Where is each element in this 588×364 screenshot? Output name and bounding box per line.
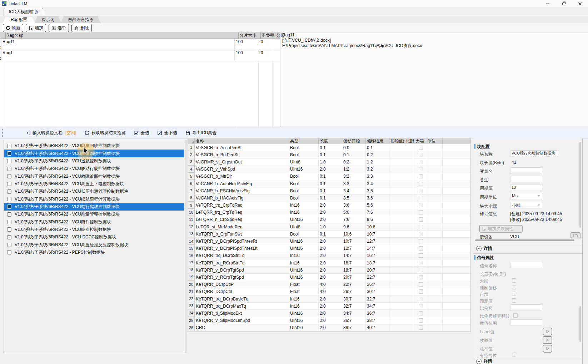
big-endian-checkbox[interactable] bbox=[419, 311, 423, 315]
horizontal-scrollbar[interactable] bbox=[475, 239, 574, 241]
signal-row[interactable]: 16 KeTQRR_trq_DCrpStrtTq Int16 2:0 14:7 … bbox=[188, 252, 470, 259]
signal-row[interactable]: 5 VeSGCR_b_MtrDir Bool 0:1 3:2 3:3 bbox=[188, 173, 470, 180]
signal-row[interactable]: 6 VeCANR_b_AutoHoldActvFlg Bool 0:1 3:3 … bbox=[188, 180, 470, 187]
item-checkbox[interactable] bbox=[7, 144, 11, 148]
big-endian-checkbox[interactable] bbox=[419, 246, 423, 251]
item-checkbox[interactable] bbox=[7, 182, 11, 186]
signal-row[interactable]: 23 KeTQRR_trq_DCrpMaxTq Int16 2:0 32:7 3… bbox=[188, 303, 470, 310]
signal-row[interactable]: 22 KeTQRR_trq_DCrpBasicTq Int16 2:0 30:7… bbox=[188, 295, 470, 303]
minimize-button[interactable] bbox=[540, 0, 556, 7]
signal-row[interactable]: 20 KeTQRR_DCrpCtlP Float 4:0 22:7 26:7 bbox=[188, 281, 470, 288]
rag-table-row[interactable]: 1 Rag11 100 20 bbox=[0, 39, 280, 50]
block-list-item[interactable]: V1.0/系统/子系统/6R/RS422 - VCU故障诊断控制数据块 bbox=[4, 172, 184, 180]
signal-row[interactable]: 13 KeTQRR_b_CrpFunSwt Bool 0:1 10:6 10:7 bbox=[188, 231, 470, 238]
big-endian-checkbox[interactable] bbox=[419, 304, 423, 308]
big-endian-checkbox[interactable] bbox=[419, 225, 423, 229]
toolbar-grip[interactable] bbox=[2, 129, 4, 137]
block-list-item[interactable]: V1.0/系统/子系统/6R/RS422 - VCU防盗控制数据块 bbox=[4, 226, 184, 233]
block-list-item[interactable]: V1.0/系统/子系统/6R/RS422 - VCU高压上下电控制数据块 bbox=[4, 180, 184, 188]
rag-col-name[interactable]: Rag名称 bbox=[6, 32, 239, 39]
item-checkbox[interactable] bbox=[7, 151, 11, 156]
big-endian-checkbox[interactable] bbox=[419, 318, 423, 323]
signed-bit-checkbox[interactable] bbox=[512, 353, 516, 357]
rag-table-row[interactable]: 2 Rag1 100 20 bbox=[0, 50, 280, 61]
scale-flip-checkbox[interactable] bbox=[513, 313, 518, 318]
item-checkbox[interactable] bbox=[7, 189, 11, 194]
block-endian-dropdown[interactable]: 小端 ▼ bbox=[510, 202, 542, 208]
block-list-scrollbar[interactable] bbox=[185, 140, 187, 353]
select-all-corner[interactable] bbox=[188, 138, 195, 144]
block-list-item[interactable]: V1.0/系统/子系统/6R/RS422 - VCU高压碰撞反应控制数据块 bbox=[4, 241, 184, 248]
select-button[interactable]: 选中 bbox=[49, 24, 69, 32]
item-checkbox[interactable] bbox=[7, 250, 11, 254]
auto-increment-checkbox[interactable] bbox=[512, 292, 516, 296]
force-offset-checkbox[interactable] bbox=[512, 285, 516, 289]
maximize-button[interactable] bbox=[556, 0, 572, 7]
block-list-item[interactable]: V1.0/系统/子系统/6R/RS422 - VCU DCDC控制数据块 bbox=[4, 233, 184, 241]
big-endian-checkbox[interactable] bbox=[419, 153, 423, 157]
refresh-button[interactable]: 刷新 bbox=[3, 24, 23, 32]
item-checkbox[interactable] bbox=[7, 174, 11, 178]
col-length[interactable]: 长度 bbox=[319, 138, 342, 144]
col-offset-end[interactable]: 偏移结束 bbox=[366, 138, 389, 144]
tab-nl-command[interactable]: 自然语言指令 bbox=[61, 16, 101, 23]
source-device-edit-button[interactable] bbox=[570, 232, 580, 238]
col-unit[interactable]: 单位 bbox=[426, 138, 443, 144]
delete-button[interactable]: 删除 bbox=[71, 24, 92, 32]
big-endian-checkbox[interactable] bbox=[419, 182, 423, 186]
block-list-item[interactable]: V1.0/系统/子系统/6R/RS422 - VCU巡航控制数据块 bbox=[4, 157, 184, 165]
item-checkbox[interactable] bbox=[7, 204, 11, 209]
big-endian-checkbox[interactable] bbox=[419, 189, 423, 193]
item-checkbox[interactable] bbox=[7, 167, 11, 171]
signal-row[interactable]: 19 KeTQRR_v_RCrpTgtSpd UInt16 2:0 20:7 2… bbox=[188, 274, 470, 281]
block-name-input[interactable] bbox=[510, 150, 558, 156]
tab-rag-config[interactable]: Rag配置 bbox=[3, 16, 35, 23]
enum-value-button-2[interactable] bbox=[543, 345, 552, 353]
big-endian-checkbox[interactable] bbox=[419, 210, 423, 214]
period-unit-dropdown[interactable]: Ms ▼ bbox=[510, 193, 542, 199]
signal-row[interactable]: 11 LeTQRR_n_CrpSpdReq UInt16 2:0 7:6 9:6 bbox=[188, 216, 470, 223]
col-initial-value[interactable]: 初始值(十进制) bbox=[389, 138, 414, 144]
signal-row[interactable]: 24 KeTQRR_ti_SlipModExt UInt16 2:0 34:7 … bbox=[188, 310, 470, 317]
block-list-item[interactable]: V1.0/系统/子系统/6R/RS422 - VCU附件控制数据块 bbox=[4, 218, 184, 226]
big-endian-checkbox[interactable] bbox=[419, 261, 423, 265]
select-none-button[interactable]: 全不选 bbox=[157, 130, 177, 136]
big-endian-checkbox[interactable] bbox=[419, 203, 423, 207]
item-checkbox[interactable] bbox=[7, 212, 11, 217]
add-button[interactable]: 增加 bbox=[26, 24, 46, 32]
big-endian-checkbox[interactable] bbox=[419, 325, 423, 330]
col-big-endian[interactable]: 大端 bbox=[414, 138, 426, 144]
signal-row[interactable]: 14 KeTQRR_v_DCrpPISpdThresRt UInt16 2:0 … bbox=[188, 238, 470, 245]
signal-row[interactable]: 21 KeTQRR_DCrpCtlI Float 4:0 26:7 30:7 bbox=[188, 288, 470, 295]
block-list-item[interactable]: V1.0/系统/子系统/6R/RS422 - VCU驱动行驶控制数据块 bbox=[4, 165, 184, 172]
signal-row[interactable]: 9 VeTQRR_trq_CrpTqReq Int16 2:0 3:6 5:6 bbox=[188, 202, 470, 209]
big-endian-checkbox[interactable] bbox=[419, 253, 423, 258]
signal-name-input[interactable] bbox=[510, 262, 542, 268]
details-collapse-top[interactable]: 详情 bbox=[476, 246, 492, 252]
rag-col-chunk-size[interactable]: 分片大小 bbox=[239, 32, 261, 39]
note-input[interactable] bbox=[510, 176, 542, 182]
rag-col-overlap[interactable]: 重叠率 bbox=[261, 32, 275, 39]
export-icd-button[interactable]: 导出ICD集合 bbox=[185, 130, 217, 136]
fixed-value-checkbox[interactable] bbox=[512, 298, 516, 303]
big-endian-checkbox[interactable] bbox=[419, 196, 423, 200]
variable-name-input[interactable] bbox=[510, 167, 542, 173]
panel-scrollbar-thumb[interactable] bbox=[579, 306, 581, 342]
tab-icd-assistant[interactable]: ICD大模型辅助 bbox=[4, 8, 43, 16]
item-checkbox[interactable] bbox=[7, 159, 11, 163]
value-range-input[interactable] bbox=[510, 319, 542, 325]
big-endian-checkbox[interactable] bbox=[419, 160, 423, 164]
import-source-button[interactable]: 输入转换源文档 bbox=[25, 130, 63, 136]
signal-row[interactable]: 10 LeTQRR_trq_CrpTqReq Int16 2:0 5:6 7:6 bbox=[188, 209, 470, 216]
col-type[interactable]: 类型 bbox=[289, 138, 319, 144]
add-extended-attr-button[interactable]: 增加扩展属性 bbox=[479, 225, 523, 233]
signal-row[interactable]: 1 VeSGCR_b_AccnPedSt Bool 0:1 0:0 0:1 bbox=[188, 144, 470, 151]
signal-row[interactable]: 15 KeTQRR_v_DCrpPISpdThresLft UInt16 2:0… bbox=[188, 245, 470, 252]
details-collapse-bottom[interactable]: 详情 bbox=[476, 358, 492, 364]
big-endian-checkbox[interactable] bbox=[419, 289, 423, 294]
signal-row[interactable]: 4 VeSGCR_v_VehSpd UInt16 2:0 1:2 3:2 bbox=[188, 166, 470, 173]
big-endian-checkbox[interactable] bbox=[419, 217, 423, 222]
block-list-item[interactable]: V1.0/系统/子系统/6R/RS422 - VCU续航里程计算数据块 bbox=[4, 195, 184, 203]
signal-row[interactable]: 3 VeGRMR_st_GrpstnOut UInt8 1:0 0:2 1:2 bbox=[188, 158, 470, 166]
big-endian-checkbox[interactable] bbox=[419, 268, 423, 272]
